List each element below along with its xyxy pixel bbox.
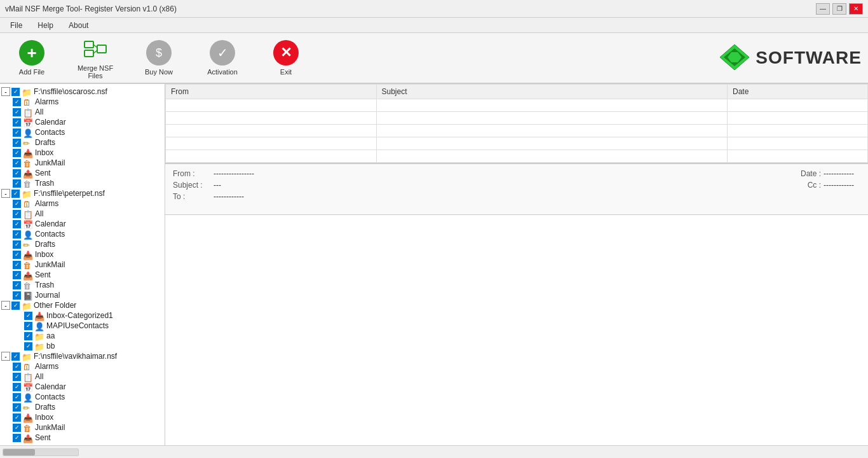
tree-calendar-1[interactable]: ✓ 📅 Calendar [0,117,165,127]
check-alarms-1[interactable]: ✓ [13,98,21,106]
tree-inbox-cat[interactable]: ✓ 📥 Inbox-Categorized1 [0,310,165,321]
check-sent-3[interactable]: ✓ [13,434,21,442]
inbox-3-label: Inbox [35,413,53,422]
check-junkmail-1[interactable]: ✓ [13,159,21,167]
tree-all-2[interactable]: ✓ 📋 All [0,209,165,219]
check-sent-1[interactable]: ✓ [13,169,21,177]
tree-file-1[interactable]: - ✓ 📁 F:\nsffile\oscarosc.nsf [0,87,165,97]
check-journal-2[interactable]: ✓ [13,291,21,300]
close-button[interactable]: ✕ [849,3,863,15]
check-drafts-2[interactable]: ✓ [13,240,21,249]
check-inbox-2[interactable]: ✓ [13,251,21,259]
tree-sent-3[interactable]: ✓ 📤 Sent [0,433,165,443]
merge-nsf-button[interactable]: Merge NSF Files [70,36,121,80]
check-aa[interactable]: ✓ [24,332,32,340]
tree-trash-1[interactable]: ✓ 🗑 Trash [0,178,165,188]
tree-sent-2[interactable]: ✓ 📤 Sent [0,270,165,280]
menu-help[interactable]: Help [30,20,61,31]
check-all-3[interactable]: ✓ [13,373,21,381]
check-trash-1[interactable]: ✓ [13,179,21,188]
tree-calendar-2[interactable]: ✓ 📅 Calendar [0,219,165,229]
tree-all-3[interactable]: ✓ 📋 All [0,371,165,382]
check-mapi[interactable]: ✓ [24,322,32,330]
tree-junkmail-1[interactable]: ✓ 🗑 JunkMail [0,158,165,168]
tree-alarms-3[interactable]: ✓ 🗓 Alarms [0,361,165,371]
tree-alarms-2[interactable]: ✓ 🗓 Alarms [0,198,165,209]
email-row-2[interactable] [166,112,868,125]
check-other[interactable]: ✓ [11,302,20,310]
tree-contacts-1[interactable]: ✓ 👤 Contacts [0,127,165,137]
check-drafts-1[interactable]: ✓ [13,139,21,147]
check-sent-2[interactable]: ✓ [13,271,21,279]
email-row-1[interactable] [166,99,868,112]
tree-drafts-3[interactable]: ✓ ✏ Drafts [0,402,165,412]
check-contacts-1[interactable]: ✓ [13,128,21,137]
exit-button[interactable]: ✕ Exit [261,36,311,80]
maximize-button[interactable]: ❐ [832,3,846,15]
tree-junkmail-3[interactable]: ✓ 🗑 JunkMail [0,422,165,433]
email-row-3[interactable] [166,125,868,137]
tree-contacts-2[interactable]: ✓ 👤 Contacts [0,229,165,239]
tree-mapi[interactable]: ✓ 👤 MAPIUseContacts [0,321,165,331]
check-calendar-1[interactable]: ✓ [13,118,21,127]
check-file-2[interactable]: ✓ [11,190,20,198]
calendar-1-label: Calendar [35,118,66,127]
tree-sent-1[interactable]: ✓ 📤 Sent [0,168,165,178]
check-junkmail-3[interactable]: ✓ [13,424,21,432]
add-file-button[interactable]: + Add File [6,36,57,80]
check-bb[interactable]: ✓ [24,342,32,350]
expand-file-1[interactable]: - [1,87,10,96]
check-alarms-3[interactable]: ✓ [13,363,21,371]
menu-about[interactable]: About [61,20,96,31]
buy-now-icon: $ [146,40,172,66]
check-alarms-2[interactable]: ✓ [13,200,21,208]
tree-drafts-1[interactable]: ✓ ✏ Drafts [0,137,165,148]
check-contacts-2[interactable]: ✓ [13,230,21,239]
tree-file-2[interactable]: - ✓ 📁 F:\nsffile\peterpet.nsf [0,188,165,198]
tree-file-3[interactable]: - ✓ 📁 F:\nsffile\vavikhaimar.nsf [0,351,165,361]
check-calendar-3[interactable]: ✓ [13,383,21,391]
tree-drafts-2[interactable]: ✓ ✏ Drafts [0,239,165,249]
check-contacts-3[interactable]: ✓ [13,393,21,401]
check-drafts-3[interactable]: ✓ [13,403,21,412]
all-2-label: All [35,209,43,218]
expand-file-3[interactable]: - [1,352,10,361]
horizontal-scrollbar[interactable] [3,448,79,456]
check-junkmail-2[interactable]: ✓ [13,261,21,269]
drafts-3-label: Drafts [35,403,55,412]
menu-file[interactable]: File [3,20,30,31]
tree-trash-2[interactable]: ✓ 🗑 Trash [0,280,165,290]
check-all-1[interactable]: ✓ [13,108,21,116]
email-row-4[interactable] [166,137,868,150]
buy-now-button[interactable]: $ Buy Now [133,36,184,80]
activation-button[interactable]: ✓ Activation [197,36,248,80]
tree-alarms-1[interactable]: ✓ 🗓 Alarms [0,97,165,107]
right-panel: From Subject Date Fro [165,84,868,445]
minimize-button[interactable]: — [816,3,830,15]
date-value: ------------ [824,169,854,178]
tree-contacts-3[interactable]: ✓ 👤 Contacts [0,392,165,402]
tree-calendar-3[interactable]: ✓ 📅 Calendar [0,382,165,392]
journal-icon-2: 📓 [23,291,33,300]
check-inbox-cat[interactable]: ✓ [24,312,32,320]
tree-all-1[interactable]: ✓ 📋 All [0,107,165,117]
expand-other[interactable]: - [1,301,10,310]
expand-file-2[interactable]: - [1,189,10,198]
check-file-3[interactable]: ✓ [11,352,20,361]
tree-bb[interactable]: ✓ 📁 bb [0,341,165,351]
tree-inbox-1[interactable]: ✓ 📥 Inbox [0,148,165,158]
check-all-2[interactable]: ✓ [13,210,21,218]
email-row-5[interactable] [166,150,868,163]
check-trash-2[interactable]: ✓ [13,281,21,289]
tree-inbox-2[interactable]: ✓ 📥 Inbox [0,249,165,260]
tree-journal-2[interactable]: ✓ 📓 Journal [0,290,165,300]
check-file-1[interactable]: ✓ [11,88,20,96]
tree-junkmail-2[interactable]: ✓ 🗑 JunkMail [0,260,165,270]
sent-icon-1: 📤 [23,169,33,177]
check-inbox-1[interactable]: ✓ [13,149,21,157]
tree-other-folder[interactable]: - ✓ 📁 Other Folder [0,300,165,310]
check-calendar-2[interactable]: ✓ [13,220,21,228]
tree-inbox-3[interactable]: ✓ 📥 Inbox [0,412,165,422]
check-inbox-3[interactable]: ✓ [13,413,21,422]
tree-aa[interactable]: ✓ 📁 aa [0,331,165,341]
